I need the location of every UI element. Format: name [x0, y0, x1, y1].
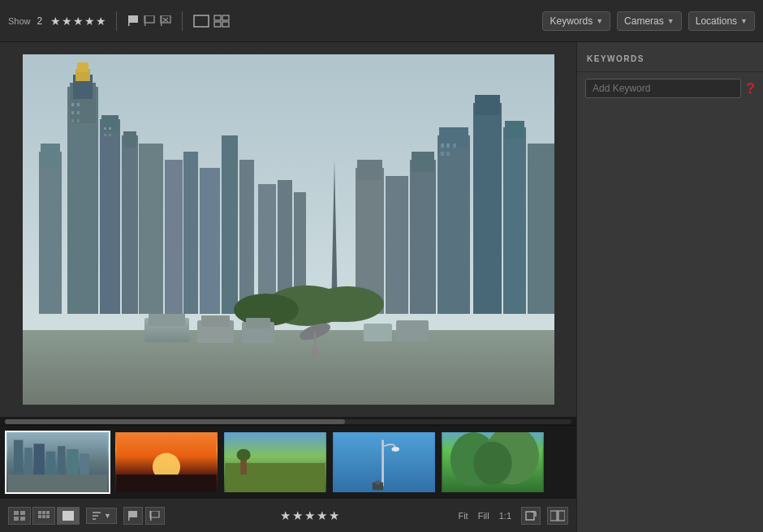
- svg-rect-77: [446, 152, 450, 156]
- sort-button[interactable]: ▼: [86, 508, 117, 524]
- svg-rect-21: [100, 119, 120, 314]
- medium-grid-btn[interactable]: [32, 507, 55, 525]
- svg-rect-111: [42, 515, 45, 518]
- flag-outline-btn[interactable]: [143, 15, 156, 27]
- grid-view-btn[interactable]: [213, 14, 231, 28]
- svg-rect-1: [128, 15, 130, 26]
- svg-rect-106: [20, 517, 25, 521]
- svg-rect-5: [161, 15, 162, 26]
- filmstrip-thumb-sunset[interactable]: [114, 431, 219, 494]
- filmstrip-thumb-trees[interactable]: [440, 431, 545, 494]
- svg-rect-113: [63, 511, 74, 521]
- svg-rect-8: [194, 15, 209, 27]
- svg-rect-62: [396, 320, 429, 341]
- svg-rect-9: [214, 15, 221, 20]
- keywords-header: KEYWORDS: [577, 42, 763, 72]
- svg-rect-71: [104, 134, 106, 136]
- svg-rect-28: [200, 168, 220, 314]
- svg-rect-76: [441, 152, 444, 156]
- filmstrip-thumb-lamp[interactable]: [331, 431, 437, 494]
- svg-rect-89: [116, 474, 216, 492]
- main-image-area: [0, 42, 576, 417]
- keywords-dropdown[interactable]: Keywords ▼: [542, 11, 610, 31]
- thumb-trees-img: [442, 432, 544, 492]
- single-view-btn[interactable]: [192, 14, 210, 28]
- cameras-dropdown[interactable]: Cameras ▼: [617, 11, 682, 31]
- svg-rect-66: [77, 111, 80, 114]
- flag-buttons: [127, 15, 172, 27]
- photo-count: 2: [37, 15, 43, 27]
- cameras-arrow: ▼: [667, 17, 675, 25]
- svg-marker-4: [161, 15, 170, 23]
- flag-btn-bottom[interactable]: [123, 507, 143, 525]
- bottom-star-4[interactable]: ★: [317, 508, 327, 523]
- svg-rect-95: [382, 440, 384, 486]
- svg-rect-75: [453, 144, 456, 148]
- scroll-thumb[interactable]: [5, 419, 345, 424]
- filter-stars[interactable]: ★ ★ ★ ★ ★: [50, 15, 106, 28]
- filmstrip-thumb-city[interactable]: [5, 431, 110, 494]
- svg-point-102: [473, 441, 511, 484]
- svg-rect-12: [222, 22, 229, 27]
- svg-rect-93: [237, 448, 251, 460]
- unflag-btn-bottom[interactable]: [145, 507, 165, 525]
- help-icon[interactable]: ?: [746, 81, 755, 96]
- svg-rect-86: [7, 474, 107, 492]
- star-3[interactable]: ★: [73, 15, 84, 28]
- svg-rect-105: [14, 517, 19, 521]
- svg-rect-57: [246, 318, 270, 328]
- svg-rect-81: [34, 444, 45, 478]
- locations-arrow: ▼: [740, 17, 748, 25]
- svg-rect-40: [412, 152, 434, 172]
- svg-rect-63: [71, 103, 74, 106]
- scroll-track[interactable]: [5, 419, 571, 424]
- svg-rect-60: [312, 348, 318, 360]
- zoom-fit-btn[interactable]: Fit: [455, 509, 471, 522]
- zoom-fill-btn[interactable]: Fill: [475, 509, 493, 522]
- svg-rect-51: [23, 330, 554, 405]
- svg-rect-37: [357, 160, 382, 180]
- rotate-left-btn[interactable]: [521, 507, 541, 525]
- zoom-1-1-btn[interactable]: 1:1: [496, 509, 515, 522]
- svg-rect-47: [528, 144, 554, 314]
- thumb-lamp-img: [333, 432, 435, 492]
- keywords-input-row: ?: [577, 72, 763, 105]
- bottom-star-3[interactable]: ★: [304, 508, 315, 523]
- star-5[interactable]: ★: [96, 15, 106, 28]
- svg-rect-30: [239, 160, 254, 314]
- bottom-star-2[interactable]: ★: [292, 508, 303, 523]
- grid-view-btn-bottom[interactable]: [8, 507, 31, 525]
- filmstrip-thumb-park[interactable]: [222, 431, 328, 494]
- svg-rect-67: [71, 119, 74, 122]
- photo-panel: ▼ ★ ★: [0, 42, 576, 532]
- svg-rect-23: [122, 135, 138, 314]
- svg-rect-61: [364, 324, 392, 341]
- show-label: Show: [8, 16, 31, 26]
- svg-rect-27: [183, 152, 198, 314]
- filmstrip: [0, 425, 576, 498]
- star-1[interactable]: ★: [50, 15, 61, 28]
- bottom-toolbar: ▼ ★ ★: [0, 498, 576, 532]
- svg-point-96: [391, 447, 399, 452]
- svg-rect-109: [46, 511, 50, 514]
- svg-rect-19: [39, 152, 62, 314]
- svg-rect-118: [128, 511, 130, 521]
- star-4[interactable]: ★: [84, 15, 95, 28]
- locations-dropdown[interactable]: Locations ▼: [688, 11, 755, 31]
- bottom-star-5[interactable]: ★: [329, 508, 339, 523]
- filmstrip-scroll-bar: [0, 417, 576, 425]
- flag-reject-btn[interactable]: [159, 15, 172, 27]
- svg-rect-64: [77, 103, 80, 106]
- add-keyword-input[interactable]: [585, 79, 741, 98]
- single-view-btn-bottom[interactable]: [57, 507, 80, 525]
- bottom-star-1[interactable]: ★: [280, 508, 291, 523]
- svg-rect-18: [77, 62, 88, 72]
- flag-filled-btn[interactable]: [127, 15, 140, 27]
- svg-rect-121: [526, 512, 534, 520]
- svg-rect-24: [123, 131, 136, 148]
- compare-btn[interactable]: [547, 507, 568, 525]
- svg-rect-43: [473, 103, 502, 314]
- star-2[interactable]: ★: [62, 15, 72, 28]
- svg-rect-107: [38, 511, 41, 514]
- view-type-icons: [192, 14, 231, 28]
